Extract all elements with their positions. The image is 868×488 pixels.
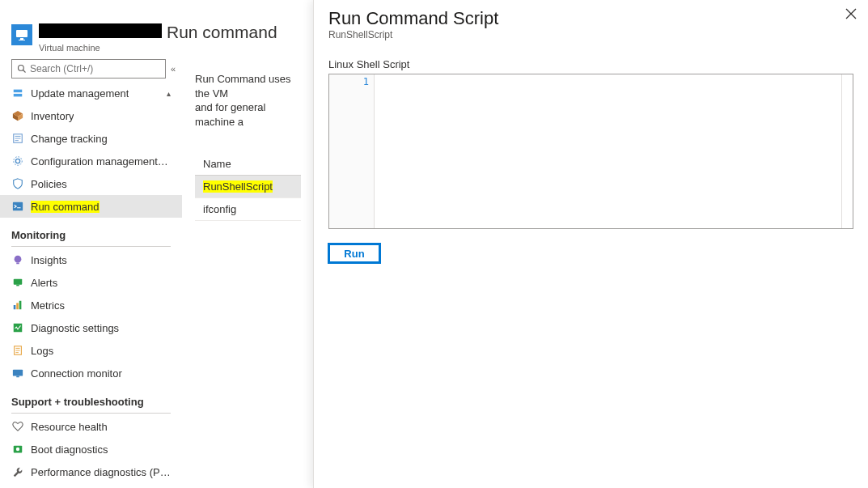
nav-label: Diagnostic settings	[31, 322, 119, 334]
run-command-panel: Run Command Script RunShellScript Linux …	[313, 0, 868, 488]
svg-point-3	[19, 66, 24, 71]
search-input[interactable]	[30, 63, 160, 74]
page-title: Run command	[167, 23, 277, 42]
heart-icon	[11, 420, 24, 433]
terminal-icon	[11, 200, 24, 213]
nav-item-logs[interactable]: Logs	[0, 339, 182, 362]
vm-icon	[11, 24, 32, 45]
svg-rect-1	[20, 38, 23, 40]
logs-icon	[11, 344, 24, 357]
nav-item-boot-diag[interactable]: Boot diagnostics	[0, 438, 182, 460]
svg-rect-16	[13, 202, 23, 211]
nav-item-update-management[interactable]: Update management ▴	[0, 82, 182, 104]
boot-icon	[11, 443, 24, 456]
nav-item-run-command[interactable]: Run command	[0, 195, 182, 218]
command-row-ifconfig[interactable]: ifconfig	[195, 198, 301, 221]
alert-icon	[11, 276, 24, 289]
chevron-up-icon: ▴	[167, 89, 171, 98]
divider	[11, 246, 171, 247]
vm-subtitle: Virtual machine	[39, 43, 301, 53]
nav-label: Configuration management (...	[31, 155, 171, 168]
vm-name-redacted	[39, 23, 162, 38]
diagnostic-icon	[11, 321, 24, 334]
svg-rect-2	[19, 40, 25, 40]
page-header: Run command Virtual machine	[0, 0, 307, 57]
nav-item-policies[interactable]: Policies	[0, 172, 182, 195]
svg-point-33	[16, 448, 19, 451]
nav-label: Metrics	[31, 299, 65, 312]
nav-label: Boot diagnostics	[31, 443, 108, 456]
editor-gutter: 1	[329, 74, 375, 228]
svg-rect-0	[16, 30, 28, 37]
svg-rect-20	[14, 279, 23, 285]
nav-item-diagnostic[interactable]: Diagnostic settings	[0, 316, 182, 339]
nav-label: Logs	[31, 345, 53, 357]
nav-label: Insights	[31, 254, 67, 266]
sidebar: « Update management ▴ Inventory Change	[0, 57, 182, 488]
nav-item-reset-pw[interactable]: Reset password	[0, 483, 182, 488]
nav-label: Performance diagnostics (Pre...	[31, 466, 171, 478]
form-icon	[11, 132, 24, 145]
svg-point-14	[15, 159, 19, 163]
svg-rect-23	[16, 303, 19, 309]
nav-item-insights[interactable]: Insights	[0, 248, 182, 271]
nav-item-metrics[interactable]: Metrics	[0, 294, 182, 316]
nav-label: Policies	[31, 178, 67, 190]
nav-label: Alerts	[31, 277, 57, 289]
script-textarea[interactable]	[375, 74, 841, 228]
bulb-icon	[11, 253, 24, 266]
panel-title: Run Command Script	[328, 8, 853, 29]
svg-rect-21	[16, 285, 19, 286]
svg-rect-25	[14, 324, 23, 333]
svg-rect-19	[16, 263, 19, 265]
nav-label: Update management	[31, 87, 129, 100]
refresh-stack-icon	[11, 87, 24, 100]
gear-icon	[11, 155, 24, 168]
nav-item-resource-health[interactable]: Resource health	[0, 415, 182, 438]
box-icon	[11, 109, 24, 122]
command-label: ifconfig	[203, 203, 236, 215]
command-table: Name RunShellScript ifconfig	[195, 153, 301, 221]
svg-rect-6	[14, 94, 23, 97]
line-number: 1	[329, 76, 369, 87]
svg-rect-24	[19, 301, 22, 310]
svg-rect-5	[14, 90, 23, 93]
nav-label: Run command	[31, 201, 100, 213]
command-row-runshellscript[interactable]: RunShellScript	[195, 176, 301, 198]
editor-label: Linux Shell Script	[328, 58, 853, 70]
nav-label: Change tracking	[31, 133, 108, 145]
command-label: RunShellScript	[203, 180, 273, 193]
close-icon	[845, 8, 857, 19]
collapse-sidebar-icon[interactable]: «	[171, 64, 176, 74]
main-content: Run Command uses the VM and for general …	[182, 57, 307, 488]
nav-label: Inventory	[31, 110, 74, 122]
nav-section-support: Support + troubleshooting	[0, 384, 182, 409]
divider	[11, 413, 171, 414]
table-header-name: Name	[195, 153, 301, 176]
wrench-icon	[11, 465, 24, 478]
search-box[interactable]	[11, 59, 166, 79]
panel-subtitle: RunShellScript	[328, 29, 853, 40]
search-icon	[17, 64, 27, 74]
main-description: Run Command uses the VM and for general …	[195, 72, 301, 129]
nav-item-config-mgmt[interactable]: Configuration management (...	[0, 150, 182, 172]
svg-rect-30	[13, 370, 23, 376]
svg-line-4	[23, 70, 26, 73]
script-editor[interactable]: 1	[328, 74, 853, 229]
nav-item-alerts[interactable]: Alerts	[0, 271, 182, 294]
chart-icon	[11, 299, 24, 312]
close-button[interactable]	[845, 8, 857, 23]
editor-scrollbar-gutter	[841, 74, 853, 228]
nav-section-monitoring: Monitoring	[0, 218, 182, 243]
monitor-icon	[11, 367, 24, 380]
nav-label: Resource health	[31, 421, 108, 433]
nav-item-change-tracking[interactable]: Change tracking	[0, 127, 182, 150]
nav-label: Connection monitor	[31, 367, 122, 380]
shield-icon	[11, 177, 24, 190]
run-button[interactable]: Run	[328, 244, 380, 263]
nav-item-perf-diag[interactable]: Performance diagnostics (Pre...	[0, 460, 182, 483]
svg-point-18	[15, 256, 22, 263]
nav-item-inventory[interactable]: Inventory	[0, 104, 182, 127]
svg-point-15	[14, 157, 23, 166]
nav-item-conn-monitor[interactable]: Connection monitor	[0, 362, 182, 384]
